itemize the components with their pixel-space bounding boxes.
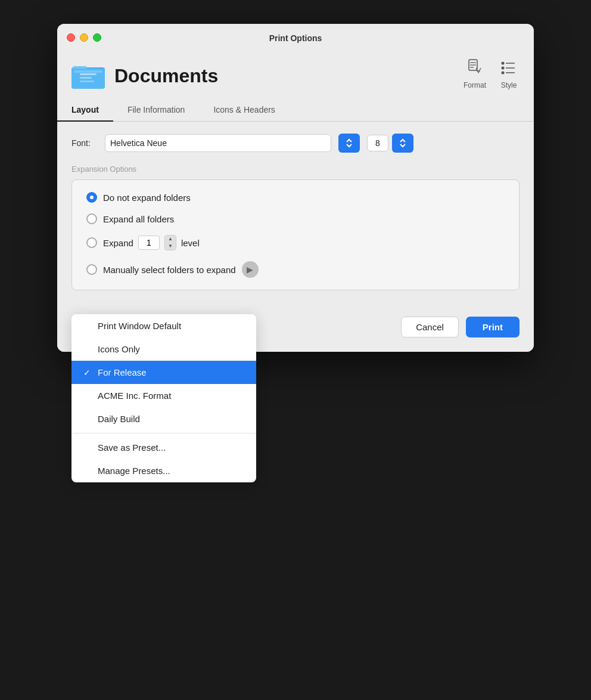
expansion-title: Expansion Options: [71, 165, 520, 174]
dropdown-label-save-as-preset: Save as Preset...: [98, 442, 166, 453]
radio-row-expand-level: Expand ▲ ▼ level: [86, 235, 505, 250]
check-for-release: ✓: [83, 368, 93, 377]
dropdown-label-print-window-default: Print Window Default: [98, 321, 181, 331]
format-button[interactable]: Format: [464, 57, 486, 89]
print-button[interactable]: Print: [466, 317, 520, 337]
check-icons-only: [83, 345, 93, 354]
expand-level-input[interactable]: [138, 236, 160, 250]
font-stepper-icon: [315, 138, 326, 148]
radio-manually[interactable]: [86, 264, 97, 275]
dropdown-item-save-as-preset[interactable]: Save as Preset...: [71, 436, 256, 459]
check-daily-build: [83, 414, 93, 424]
font-label: Font:: [71, 138, 98, 148]
radio-row-manually: Manually select folders to expand ▶: [86, 261, 505, 278]
window-title: Print Options: [269, 33, 322, 50]
svg-rect-5: [80, 73, 97, 75]
check-save-preset: [83, 443, 93, 453]
dropdown-label-manage-presets: Manage Presets...: [98, 466, 170, 476]
level-increment[interactable]: ▲: [165, 236, 176, 243]
font-row: Font: Helvetica Neue 8: [71, 134, 520, 153]
traffic-lights: [67, 33, 101, 42]
radio-row-expand-all: Expand all folders: [86, 213, 505, 224]
bottom-row: Presets ▾ Cancel Print Print Window Defa…: [57, 305, 534, 352]
tab-layout[interactable]: Layout: [57, 99, 113, 122]
expansion-options-box: Do not expand folders Expand all folders…: [71, 179, 520, 290]
tab-file-information[interactable]: File Information: [113, 99, 199, 122]
expand-inline: Expand ▲ ▼ level: [103, 235, 200, 250]
dropdown-item-icons-only[interactable]: Icons Only: [71, 337, 256, 361]
minimize-button[interactable]: [80, 33, 88, 42]
tab-bar: Layout File Information Icons & Headers: [57, 99, 534, 122]
radio-expand-level[interactable]: [86, 237, 97, 248]
style-icon: [498, 57, 520, 79]
svg-rect-4: [74, 70, 102, 73]
manually-arrow-button[interactable]: ▶: [242, 261, 259, 278]
svg-rect-6: [80, 77, 92, 79]
check-acme-format: [83, 391, 93, 401]
dropdown-item-for-release[interactable]: ✓ For Release: [71, 361, 256, 384]
radio-manually-label: Manually select folders to expand: [103, 265, 236, 275]
svg-point-15: [502, 67, 505, 70]
dropdown-item-acme-format[interactable]: ACME Inc. Format: [71, 384, 256, 407]
radio-row-no-expand: Do not expand folders: [86, 192, 505, 203]
folder-icon: [71, 61, 105, 90]
dropdown-label-icons-only: Icons Only: [98, 344, 140, 354]
size-dropdown-button[interactable]: [392, 134, 413, 153]
check-print-window-default: [83, 321, 93, 331]
format-label: Format: [464, 81, 486, 89]
font-stepper-arrows-icon: [344, 137, 354, 149]
font-stepper-button[interactable]: [338, 134, 360, 153]
dropdown-item-daily-build[interactable]: Daily Build: [71, 407, 256, 430]
print-options-window: Print Options Documents: [57, 24, 534, 352]
level-decrement[interactable]: ▼: [165, 243, 176, 250]
font-dropdown[interactable]: Helvetica Neue: [105, 134, 331, 152]
dropdown-label-for-release: For Release: [98, 367, 147, 377]
content-area: Font: Helvetica Neue 8: [57, 122, 534, 305]
svg-point-13: [502, 62, 505, 65]
cancel-button[interactable]: Cancel: [401, 317, 459, 337]
radio-no-expand[interactable]: [86, 192, 97, 203]
header-area: Documents Format: [57, 50, 534, 94]
dropdown-label-daily-build: Daily Build: [98, 414, 140, 424]
radio-expand-all-label: Expand all folders: [103, 214, 174, 224]
dropdown-item-print-window-default[interactable]: Print Window Default: [71, 314, 256, 337]
folder-name: Documents: [114, 65, 218, 87]
folder-title: Documents: [71, 61, 218, 90]
presets-dropdown-menu: Print Window Default Icons Only ✓ For Re…: [71, 314, 256, 482]
svg-rect-7: [80, 80, 94, 82]
level-stepper: ▲ ▼: [164, 235, 176, 250]
size-stepper-icon: [399, 138, 407, 148]
dropdown-label-acme-format: ACME Inc. Format: [98, 391, 171, 401]
maximize-button[interactable]: [93, 33, 101, 42]
expand-label: Expand: [103, 238, 133, 248]
dropdown-divider: [71, 433, 256, 433]
size-area: 8: [367, 134, 413, 153]
format-icon: [464, 57, 486, 79]
tab-icons-headers[interactable]: Icons & Headers: [199, 99, 290, 122]
radio-expand-all[interactable]: [86, 213, 97, 224]
titlebar: Print Options: [57, 24, 534, 50]
level-suffix: level: [181, 238, 200, 248]
close-button[interactable]: [67, 33, 75, 42]
size-value: 8: [367, 135, 388, 151]
svg-point-17: [502, 72, 505, 75]
style-button[interactable]: Style: [498, 57, 520, 89]
style-label: Style: [501, 81, 517, 89]
check-manage-presets: [83, 466, 93, 476]
format-style-area: Format Style: [464, 57, 520, 94]
action-buttons: Cancel Print: [401, 317, 520, 337]
font-value: Helvetica Neue: [110, 138, 167, 148]
radio-no-expand-label: Do not expand folders: [103, 193, 191, 203]
dropdown-item-manage-presets[interactable]: Manage Presets...: [71, 459, 256, 482]
